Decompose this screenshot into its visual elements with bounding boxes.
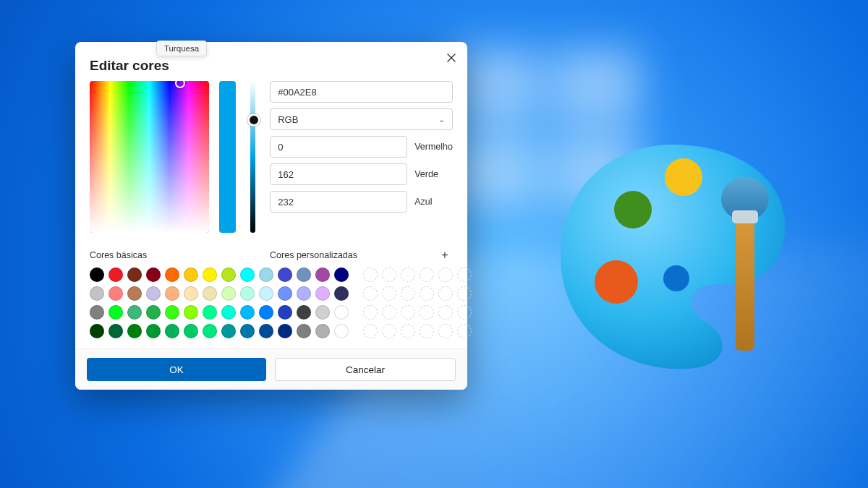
red-input[interactable]	[270, 136, 407, 158]
basic-color-swatch[interactable]	[221, 305, 236, 320]
basic-color-swatch[interactable]	[221, 324, 236, 338]
basic-color-swatch[interactable]	[278, 286, 292, 301]
basic-color-swatch[interactable]	[297, 324, 311, 338]
custom-color-slot[interactable]	[457, 305, 472, 320]
basic-color-swatch[interactable]	[203, 324, 217, 338]
custom-color-slot[interactable]	[420, 286, 434, 301]
custom-color-slot[interactable]	[382, 324, 396, 338]
custom-color-slot[interactable]	[363, 286, 378, 301]
basic-color-swatch[interactable]	[334, 305, 349, 320]
custom-color-slot[interactable]	[438, 305, 453, 320]
basic-color-swatch[interactable]	[278, 267, 292, 282]
basic-color-swatch[interactable]	[315, 286, 330, 301]
basic-color-swatch[interactable]	[221, 286, 236, 301]
hex-input[interactable]	[270, 81, 453, 103]
custom-color-slot[interactable]	[438, 267, 453, 282]
basic-color-swatch[interactable]	[259, 286, 273, 301]
custom-color-slot[interactable]	[457, 267, 472, 282]
custom-color-slot[interactable]	[401, 286, 415, 301]
color-gradient-picker[interactable]	[90, 81, 209, 233]
basic-color-swatch[interactable]	[203, 267, 217, 282]
basic-color-swatch[interactable]	[90, 324, 104, 338]
custom-color-slot[interactable]	[401, 324, 415, 338]
basic-color-swatch[interactable]	[334, 324, 349, 338]
basic-color-swatch[interactable]	[315, 305, 330, 320]
basic-color-swatch[interactable]	[127, 267, 142, 282]
basic-color-swatch[interactable]	[165, 305, 179, 320]
blue-input[interactable]	[270, 191, 407, 213]
basic-color-swatch[interactable]	[90, 286, 104, 301]
basic-colors-grid	[90, 267, 349, 338]
basic-color-swatch[interactable]	[90, 305, 104, 320]
basic-color-swatch[interactable]	[240, 305, 255, 320]
custom-color-slot[interactable]	[438, 286, 453, 301]
custom-color-slot[interactable]	[382, 267, 396, 282]
basic-color-swatch[interactable]	[203, 286, 217, 301]
basic-color-swatch[interactable]	[259, 324, 273, 338]
custom-color-slot[interactable]	[457, 286, 472, 301]
basic-color-swatch[interactable]	[165, 267, 179, 282]
basic-color-swatch[interactable]	[146, 324, 161, 338]
basic-color-swatch[interactable]	[184, 267, 198, 282]
basic-color-swatch[interactable]	[315, 324, 330, 338]
basic-color-swatch[interactable]	[109, 286, 123, 301]
custom-color-slot[interactable]	[363, 324, 378, 338]
basic-color-swatch[interactable]	[109, 305, 123, 320]
lightness-slider[interactable]	[250, 81, 255, 233]
basic-color-swatch[interactable]	[109, 324, 123, 338]
custom-color-slot[interactable]	[401, 305, 415, 320]
basic-color-swatch[interactable]	[259, 305, 273, 320]
custom-color-slot[interactable]	[420, 267, 434, 282]
svg-point-3	[663, 265, 689, 291]
basic-color-swatch[interactable]	[127, 324, 142, 338]
lightness-thumb[interactable]	[247, 114, 260, 127]
basic-color-swatch[interactable]	[240, 286, 255, 301]
basic-color-swatch[interactable]	[146, 267, 161, 282]
basic-color-swatch[interactable]	[184, 286, 198, 301]
add-custom-color-button[interactable]: +	[437, 247, 453, 263]
custom-color-slot[interactable]	[401, 267, 415, 282]
basic-color-swatch[interactable]	[334, 286, 349, 301]
close-button[interactable]	[441, 48, 461, 68]
basic-color-swatch[interactable]	[165, 324, 179, 338]
svg-point-0	[665, 158, 702, 196]
custom-colors-grid	[363, 267, 472, 338]
basic-color-swatch[interactable]	[221, 267, 236, 282]
custom-color-slot[interactable]	[382, 286, 396, 301]
edit-colors-dialog: Editar cores RGB ⌄ Vermelho Verde	[75, 42, 467, 390]
basic-color-swatch[interactable]	[184, 305, 198, 320]
basic-color-swatch[interactable]	[146, 286, 161, 301]
basic-color-swatch[interactable]	[203, 305, 217, 320]
basic-color-swatch[interactable]	[90, 267, 104, 282]
custom-color-slot[interactable]	[363, 267, 378, 282]
custom-color-slot[interactable]	[457, 324, 472, 338]
basic-color-swatch[interactable]	[278, 305, 292, 320]
basic-color-swatch[interactable]	[184, 324, 198, 338]
red-label: Vermelho	[414, 142, 453, 152]
chevron-down-icon: ⌄	[438, 115, 445, 124]
color-mode-select[interactable]: RGB ⌄	[270, 108, 453, 130]
paint-app-icon	[550, 127, 810, 387]
custom-color-slot[interactable]	[363, 305, 378, 320]
custom-color-slot[interactable]	[382, 305, 396, 320]
basic-color-swatch[interactable]	[297, 305, 311, 320]
cancel-button[interactable]: Cancelar	[275, 358, 456, 381]
basic-color-swatch[interactable]	[315, 267, 330, 282]
basic-color-swatch[interactable]	[240, 267, 255, 282]
green-input[interactable]	[270, 163, 407, 185]
ok-button[interactable]: OK	[87, 358, 266, 381]
basic-color-swatch[interactable]	[334, 267, 349, 282]
basic-color-swatch[interactable]	[259, 267, 273, 282]
basic-color-swatch[interactable]	[240, 324, 255, 338]
custom-color-slot[interactable]	[438, 324, 453, 338]
basic-color-swatch[interactable]	[109, 267, 123, 282]
basic-color-swatch[interactable]	[146, 305, 161, 320]
basic-color-swatch[interactable]	[278, 324, 292, 338]
basic-color-swatch[interactable]	[127, 286, 142, 301]
basic-color-swatch[interactable]	[297, 286, 311, 301]
basic-color-swatch[interactable]	[127, 305, 142, 320]
custom-color-slot[interactable]	[420, 324, 434, 338]
basic-color-swatch[interactable]	[297, 267, 311, 282]
custom-color-slot[interactable]	[420, 305, 434, 320]
basic-color-swatch[interactable]	[165, 286, 179, 301]
